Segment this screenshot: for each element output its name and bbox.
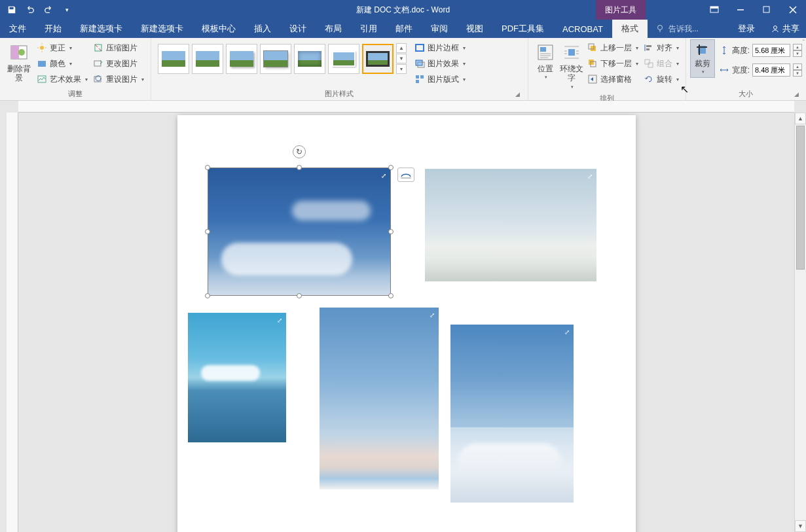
vertical-ruler[interactable]	[7, 113, 18, 532]
group-adjust: 删除背景 更正▾ 颜色▾ 艺术效果▾ 压缩图片	[0, 38, 151, 100]
rotate-button[interactable]: 旋转▾	[641, 72, 682, 86]
vertical-scrollbar[interactable]: ▲ ▼	[794, 113, 806, 532]
resize-handle-bl[interactable]	[205, 293, 210, 298]
style-item-7[interactable]	[362, 44, 394, 74]
compress-label: 压缩图片	[106, 43, 137, 54]
tab-layout[interactable]: 布局	[316, 20, 351, 38]
style-item-3[interactable]	[226, 44, 257, 74]
page-area[interactable]: ↻ ⤢ ⤢ ⤢ ⤢ ⤢	[18, 113, 794, 532]
corrections-button[interactable]: 更正▾	[34, 41, 90, 55]
rotation-handle[interactable]: ↻	[293, 145, 306, 158]
image-3[interactable]: ⤢	[188, 313, 286, 442]
style-item-4[interactable]	[260, 44, 291, 74]
tab-references[interactable]: 引用	[351, 20, 386, 38]
group-button[interactable]: 组合▾	[641, 56, 682, 71]
redo-button[interactable]	[41, 2, 56, 18]
color-label: 颜色	[50, 58, 65, 69]
collapse-ribbon-button[interactable]: ˇ	[803, 39, 805, 46]
height-input[interactable]	[752, 44, 790, 57]
ribbon-options-button[interactable]	[701, 0, 727, 20]
crop-button[interactable]: 裁剪▾	[690, 39, 715, 78]
tab-view[interactable]: 视图	[457, 20, 492, 38]
align-button[interactable]: 对齐▾	[641, 41, 682, 55]
save-button[interactable]	[4, 2, 20, 18]
tab-insert[interactable]: 插入	[245, 20, 280, 38]
width-down[interactable]: ▼	[793, 70, 802, 77]
size-dialog-launcher[interactable]: ◢	[792, 90, 801, 99]
resize-handle-r[interactable]	[388, 229, 394, 234]
picture-style-gallery[interactable]: ▲ ▼ ▾	[155, 39, 409, 78]
gallery-more[interactable]: ▾	[396, 64, 407, 74]
reset-picture-button[interactable]: 重设图片▾	[90, 72, 147, 86]
selection-pane-button[interactable]: 选择窗格	[585, 72, 641, 86]
styles-dialog-launcher[interactable]: ◢	[513, 90, 522, 99]
image-2[interactable]: ⤢	[425, 169, 596, 281]
svg-rect-27	[540, 47, 546, 52]
layout-options-button[interactable]	[397, 168, 414, 182]
scroll-thumb[interactable]	[796, 126, 805, 270]
style-item-5[interactable]	[294, 44, 325, 74]
tell-me-search[interactable]: 告诉我...	[648, 20, 706, 38]
gallery-down[interactable]: ▼	[396, 54, 407, 63]
tab-review[interactable]: 审阅	[422, 20, 457, 38]
resize-handle-l[interactable]	[205, 229, 210, 234]
tab-mailings[interactable]: 邮件	[386, 20, 422, 38]
scroll-up[interactable]: ▲	[795, 113, 806, 124]
svg-point-9	[18, 49, 25, 56]
wrap-text-button[interactable]: 环绕文字▾	[559, 39, 585, 92]
selected-image[interactable]: ↻ ⤢	[208, 168, 391, 296]
share-button[interactable]: 共享	[764, 20, 806, 38]
picture-border-button[interactable]: 图片边框▾	[412, 41, 468, 55]
artistic-effects-button[interactable]: 艺术效果▾	[34, 72, 90, 86]
compress-pictures-button[interactable]: 压缩图片	[90, 41, 147, 55]
position-button[interactable]: 位置▾	[532, 39, 559, 83]
color-button[interactable]: 颜色▾	[34, 56, 90, 71]
image-4[interactable]: ⤢	[320, 308, 439, 489]
svg-rect-21	[416, 60, 422, 65]
tab-file[interactable]: 文件	[0, 20, 35, 38]
tab-template-center[interactable]: 模板中心	[192, 20, 245, 38]
tab-acrobat[interactable]: ACROBAT	[553, 20, 612, 38]
picture-layout-button[interactable]: 图片版式▾	[412, 72, 468, 86]
remove-background-button[interactable]: 删除背景	[4, 39, 34, 86]
quick-access-toolbar: ▾	[0, 2, 79, 18]
picture-effects-button[interactable]: 图片效果▾	[412, 56, 468, 71]
minimize-button[interactable]	[727, 0, 754, 20]
tab-design[interactable]: 设计	[280, 20, 316, 38]
tab-home[interactable]: 开始	[35, 20, 71, 38]
width-up[interactable]: ▲	[793, 63, 802, 70]
svg-rect-24	[420, 75, 424, 79]
group-arrange: 位置▾ 环绕文字▾ 上移一层▾ 下移一层▾ 选择窗格	[528, 38, 686, 100]
tab-new-option-2[interactable]: 新建选项卡	[132, 20, 192, 38]
tab-pdf-tools[interactable]: PDF工具集	[492, 20, 553, 38]
change-picture-button[interactable]: 更改图片	[90, 56, 147, 71]
width-input[interactable]	[752, 63, 790, 77]
resize-handle-br[interactable]	[388, 293, 394, 298]
bring-forward-button[interactable]: 上移一层▾	[585, 41, 641, 55]
effects-label: 图片效果	[428, 58, 459, 69]
image-5[interactable]: ⤢	[450, 325, 574, 503]
style-item-2[interactable]	[192, 44, 223, 74]
svg-rect-44	[646, 45, 651, 47]
resize-handle-tr[interactable]	[388, 165, 394, 170]
login-button[interactable]: 登录	[729, 20, 764, 38]
scroll-down[interactable]: ▼	[795, 520, 806, 532]
style-item-1[interactable]	[158, 44, 189, 74]
page: ↻ ⤢ ⤢ ⤢ ⤢ ⤢	[177, 115, 636, 532]
backward-icon	[587, 58, 598, 69]
qat-customize[interactable]: ▾	[59, 2, 75, 18]
height-up[interactable]: ▲	[793, 44, 802, 50]
resize-handle-t[interactable]	[297, 165, 302, 170]
tab-new-option-1[interactable]: 新建选项卡	[71, 20, 132, 38]
style-item-6[interactable]	[328, 44, 359, 74]
tab-format[interactable]: 格式	[612, 20, 648, 38]
height-down[interactable]: ▼	[793, 50, 802, 57]
horizontal-ruler[interactable]	[18, 101, 794, 113]
resize-handle-tl[interactable]	[205, 165, 210, 170]
close-button[interactable]	[780, 0, 806, 20]
send-backward-button[interactable]: 下移一层▾	[585, 56, 641, 71]
gallery-up[interactable]: ▲	[396, 43, 407, 53]
maximize-button[interactable]	[754, 0, 780, 20]
resize-handle-b[interactable]	[297, 293, 302, 298]
undo-button[interactable]	[22, 2, 38, 18]
